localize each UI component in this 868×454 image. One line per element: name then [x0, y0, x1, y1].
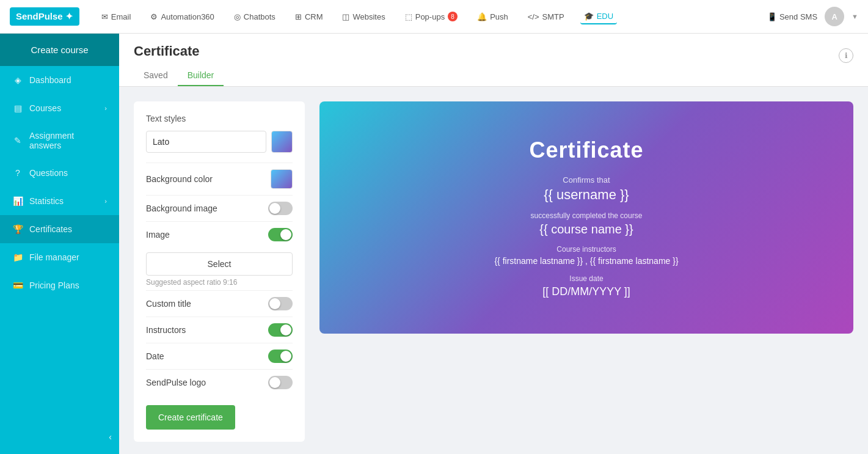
sendpulse-logo-toggle[interactable] [268, 376, 293, 389]
sms-icon: 📱 [767, 12, 777, 21]
text-color-picker[interactable] [271, 131, 293, 153]
page-header: Certificate Saved Builder ℹ [119, 34, 868, 87]
sidebar-item-questions[interactable]: ? Questions [0, 159, 119, 187]
pricing-plans-icon: 💳 [12, 280, 23, 291]
smtp-icon: </> [528, 12, 539, 21]
image-row: Image [146, 221, 293, 247]
tab-saved[interactable]: Saved [134, 65, 178, 86]
cert-username: {{ username }} [544, 187, 629, 203]
nav-crm[interactable]: ⊞ CRM [291, 10, 327, 24]
bg-image-toggle[interactable] [268, 202, 293, 215]
aspect-hint: Suggested aspect ratio 9:16 [146, 278, 293, 287]
font-input[interactable] [146, 131, 266, 153]
email-icon: ✉ [101, 12, 108, 21]
crm-icon: ⊞ [295, 12, 302, 21]
questions-icon: ? [12, 167, 23, 178]
image-toggle[interactable] [268, 228, 293, 241]
tabs: Saved Builder [134, 65, 853, 86]
courses-chevron: › [104, 104, 107, 112]
nav-chatbots[interactable]: ◎ Chatbots [230, 10, 279, 24]
sidebar-item-certificates[interactable]: 🏆 Certificates [0, 215, 119, 243]
bg-color-picker[interactable] [271, 169, 293, 189]
instructors-toggle[interactable] [268, 323, 293, 337]
content-area: Certificate Saved Builder ℹ Text styles … [119, 34, 868, 454]
popups-icon: ⬚ [405, 12, 412, 21]
logo[interactable]: SendPulse ✦ [10, 7, 79, 26]
assignment-icon: ✎ [12, 135, 23, 146]
file-manager-icon: 📁 [12, 252, 23, 263]
cert-issue-date: [[ DD/MM/YYYY ]] [542, 285, 630, 298]
statistics-icon: 📊 [12, 196, 23, 207]
instructors-label: Instructors [146, 325, 186, 335]
background-color-row: Background color [146, 163, 293, 195]
send-sms-button[interactable]: 📱 Send SMS [767, 12, 817, 21]
custom-title-label: Custom title [146, 299, 191, 309]
builder-area: Text styles Background color Background … [119, 87, 868, 454]
avatar[interactable]: A [825, 7, 844, 26]
top-nav-right: 📱 Send SMS A ▼ [767, 7, 858, 26]
bg-image-label: Background image [146, 203, 217, 213]
certificate-preview: Certificate Confirms that {{ username }}… [319, 101, 853, 334]
sidebar-item-file-manager[interactable]: 📁 File manager [0, 243, 119, 271]
instructors-row: Instructors [146, 317, 293, 343]
sidebar: Create course ◈ Dashboard ▤ Courses › ✎ … [0, 34, 119, 454]
page-title: Certificate [134, 43, 853, 59]
info-icon[interactable]: ℹ [839, 48, 853, 63]
chatbots-icon: ◎ [234, 12, 241, 21]
image-label: Image [146, 230, 170, 240]
cert-title: Certificate [529, 137, 643, 163]
courses-icon: ▤ [12, 103, 23, 114]
cert-instructor-names: {{ firstname lastname }} , {{ firstname … [494, 256, 678, 266]
sendpulse-logo-label: SendPulse logo [146, 378, 206, 387]
date-toggle[interactable] [268, 350, 293, 363]
sidebar-item-statistics[interactable]: 📊 Statistics › [0, 187, 119, 215]
websites-icon: ◫ [342, 12, 349, 21]
account-chevron[interactable]: ▼ [852, 13, 858, 20]
sidebar-item-assignment-answers[interactable]: ✎ Assignment answers [0, 122, 119, 159]
sendpulse-logo-row: SendPulse logo [146, 369, 293, 395]
sidebar-item-courses[interactable]: ▤ Courses › [0, 94, 119, 122]
sidebar-item-dashboard[interactable]: ◈ Dashboard [0, 66, 119, 94]
sidebar-bottom: ‹ [0, 420, 119, 454]
custom-title-toggle[interactable] [268, 297, 293, 310]
dashboard-icon: ◈ [12, 75, 23, 86]
cert-issue-label: Issue date [569, 274, 603, 283]
push-icon: 🔔 [477, 12, 487, 21]
nav-email[interactable]: ✉ Email [98, 10, 135, 24]
statistics-chevron: › [104, 197, 107, 205]
font-row [146, 131, 293, 153]
custom-title-row: Custom title [146, 290, 293, 317]
nav-popups[interactable]: ⬚ Pop-ups 8 [401, 9, 461, 24]
cert-instructors-label: Course instructors [556, 245, 616, 254]
nav-smtp[interactable]: </> SMTP [524, 10, 568, 24]
nav-push[interactable]: 🔔 Push [473, 10, 512, 24]
settings-panel: Text styles Background color Background … [134, 101, 305, 442]
bg-color-label: Background color [146, 174, 213, 184]
tab-builder[interactable]: Builder [178, 65, 224, 86]
collapse-icon: ‹ [109, 432, 112, 442]
popups-badge: 8 [448, 12, 458, 21]
nav-websites[interactable]: ◫ Websites [338, 10, 388, 24]
edu-icon: 🎓 [584, 12, 594, 21]
text-styles-label: Text styles [146, 114, 293, 123]
create-course-button[interactable]: Create course [0, 34, 119, 66]
date-label: Date [146, 351, 164, 361]
top-navigation: SendPulse ✦ ✉ Email ⚙ Automation360 ◎ Ch… [0, 0, 868, 34]
cert-completed-label: successfully completed the course [531, 211, 643, 220]
nav-automation[interactable]: ⚙ Automation360 [147, 10, 217, 24]
cert-confirms-label: Confirms that [563, 175, 610, 185]
sidebar-item-pricing-plans[interactable]: 💳 Pricing Plans [0, 271, 119, 299]
create-certificate-button[interactable]: Create certificate [146, 405, 235, 430]
automation-icon: ⚙ [150, 12, 158, 21]
date-row: Date [146, 343, 293, 369]
bg-image-row: Background image [146, 195, 293, 221]
main-layout: Create course ◈ Dashboard ▤ Courses › ✎ … [0, 34, 868, 454]
cert-course-name: {{ course name }} [539, 222, 633, 236]
select-image-button[interactable]: Select [146, 252, 293, 276]
nav-edu[interactable]: 🎓 EDU [580, 9, 617, 24]
certificates-icon: 🏆 [12, 224, 23, 235]
sidebar-collapse-button[interactable]: ‹ [0, 426, 119, 448]
